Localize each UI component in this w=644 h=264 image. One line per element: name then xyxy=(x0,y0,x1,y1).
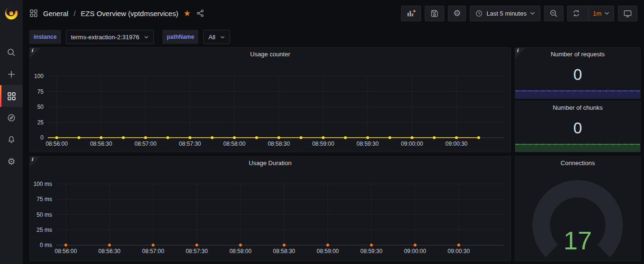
refresh-interval-label: 1m xyxy=(593,10,601,17)
svg-text:08:56:30: 08:56:30 xyxy=(98,248,121,255)
plus-icon xyxy=(7,70,16,79)
info-icon: i xyxy=(517,48,519,53)
save-icon xyxy=(430,9,439,18)
svg-text:08:58:00: 08:58:00 xyxy=(229,248,251,255)
navbar-actions: ⚙ Last 5 minutes xyxy=(401,6,637,21)
panel-info-corner[interactable]: i xyxy=(30,48,40,58)
svg-text:25 ms: 25 ms xyxy=(36,227,52,233)
usage-counter-chart[interactable]: 025507510008:56:0008:56:3008:57:0008:57:… xyxy=(30,48,510,152)
svg-text:09:00:30: 09:00:30 xyxy=(446,141,468,147)
bell-icon xyxy=(7,135,16,144)
dashboard-settings-button[interactable]: ⚙ xyxy=(448,6,466,21)
sidebar-item-alerting[interactable] xyxy=(0,129,23,150)
breadcrumb: General / EZS Overview (vptdmservices) ★ xyxy=(29,9,205,18)
panel-number-of-chunks: Number of chunks 0 xyxy=(515,101,641,152)
save-dashboard-button[interactable] xyxy=(425,6,444,21)
chevron-down-icon xyxy=(220,35,225,39)
refresh-button[interactable] xyxy=(568,6,585,21)
panel-title[interactable]: Number of chunks xyxy=(515,101,640,114)
sidebar-item-search[interactable] xyxy=(0,42,23,63)
chevron-down-icon xyxy=(530,11,535,15)
panel-info-corner[interactable]: i xyxy=(515,48,526,58)
dashboard-title[interactable]: EZS Overview (vptdmservices) xyxy=(81,9,179,18)
panel-usage-duration: i Usage Duration 0 ms25 ms50 ms75 ms100 … xyxy=(29,156,511,261)
variable-label-instance: instance xyxy=(29,30,61,44)
dashboard-navbar: General / EZS Overview (vptdmservices) ★ xyxy=(23,0,644,26)
sidebar: ⚙ xyxy=(0,0,23,264)
add-panel-button[interactable] xyxy=(401,6,421,21)
svg-text:75 ms: 75 ms xyxy=(36,196,52,202)
svg-text:08:57:00: 08:57:00 xyxy=(134,141,157,147)
stat-value: 0 xyxy=(515,59,640,90)
svg-text:100 ms: 100 ms xyxy=(34,181,52,187)
variable-value-pathname[interactable]: All xyxy=(203,30,230,44)
sidebar-nav: ⚙ xyxy=(0,42,23,172)
grafana-flame-icon xyxy=(4,6,19,21)
time-range-picker[interactable]: Last 5 minutes xyxy=(470,6,540,21)
refresh-button-group: 1m xyxy=(567,6,614,21)
sidebar-item-create[interactable] xyxy=(0,63,23,85)
svg-text:08:56:30: 08:56:30 xyxy=(90,141,112,147)
svg-text:08:57:30: 08:57:30 xyxy=(179,141,201,147)
breadcrumb-folder[interactable]: General xyxy=(43,9,68,18)
grafana-logo[interactable] xyxy=(0,0,23,26)
chevron-down-icon xyxy=(144,35,149,39)
panel-title[interactable]: Connections xyxy=(515,157,640,169)
svg-text:08:59:30: 08:59:30 xyxy=(360,248,383,255)
chevron-down-icon xyxy=(604,11,609,15)
clock-icon xyxy=(475,9,483,18)
svg-text:08:58:00: 08:58:00 xyxy=(224,141,246,147)
svg-text:08:57:00: 08:57:00 xyxy=(142,248,164,255)
compass-icon xyxy=(7,113,16,123)
variable-label-pathname: pathName xyxy=(162,30,198,44)
svg-text:0: 0 xyxy=(40,134,44,141)
monitor-icon xyxy=(623,9,632,18)
pathname-selected-value: All xyxy=(208,34,215,41)
requests-sparkline xyxy=(515,90,640,98)
variable-value-instance[interactable]: terms-extraction-2:31976 xyxy=(66,30,154,44)
svg-text:08:57:30: 08:57:30 xyxy=(186,248,208,255)
svg-text:50: 50 xyxy=(37,104,44,110)
svg-text:08:56:00: 08:56:00 xyxy=(45,141,68,147)
time-range-label: Last 5 minutes xyxy=(486,10,527,17)
star-icon[interactable]: ★ xyxy=(183,9,190,18)
sidebar-item-dashboards[interactable] xyxy=(0,85,23,107)
svg-text:09:00:00: 09:00:00 xyxy=(401,141,423,147)
svg-text:0 ms: 0 ms xyxy=(40,242,52,248)
breadcrumb-separator: / xyxy=(73,9,75,18)
svg-text:09:00:00: 09:00:00 xyxy=(404,248,426,255)
gauge-value: 17 xyxy=(515,228,640,253)
svg-text:08:59:00: 08:59:00 xyxy=(317,248,339,255)
svg-text:100: 100 xyxy=(34,73,44,79)
panel-info-corner[interactable]: i xyxy=(30,157,40,167)
gear-icon: ⚙ xyxy=(7,157,15,166)
zoom-out-icon xyxy=(549,9,558,18)
panel-number-of-requests: i Number of requests 0 xyxy=(515,47,641,99)
info-icon: i xyxy=(31,48,33,53)
panel-usage-counter: i Usage counter 025507510008:56:0008:56:… xyxy=(29,47,511,152)
instance-selected-value: terms-extraction-2:31976 xyxy=(71,34,140,41)
panel-title[interactable]: Usage counter xyxy=(30,48,510,60)
sidebar-item-explore[interactable] xyxy=(0,107,23,129)
usage-duration-chart[interactable]: 0 ms25 ms50 ms75 ms100 ms08:56:0008:56:3… xyxy=(30,157,510,261)
info-icon: i xyxy=(31,157,33,162)
dashboards-grid-icon xyxy=(7,92,16,101)
svg-text:09:00:30: 09:00:30 xyxy=(447,248,470,255)
refresh-icon xyxy=(572,9,581,18)
refresh-interval-dropdown[interactable]: 1m xyxy=(588,6,614,21)
zoom-out-button[interactable] xyxy=(544,6,564,21)
panel-title[interactable]: Number of requests xyxy=(515,48,640,60)
chunks-sparkline xyxy=(515,143,640,152)
svg-text:75: 75 xyxy=(37,88,44,95)
svg-text:08:59:00: 08:59:00 xyxy=(312,141,334,147)
search-icon xyxy=(7,48,16,57)
panel-title[interactable]: Usage Duration xyxy=(30,157,510,169)
svg-text:50 ms: 50 ms xyxy=(36,211,52,218)
sidebar-item-configuration[interactable]: ⚙ xyxy=(0,150,23,172)
add-panel-icon xyxy=(406,9,416,18)
svg-text:25: 25 xyxy=(37,119,44,126)
svg-text:08:58:30: 08:58:30 xyxy=(268,141,290,147)
share-icon[interactable] xyxy=(196,9,205,18)
main-area: General / EZS Overview (vptdmservices) ★ xyxy=(23,0,644,264)
cycle-view-mode-button[interactable] xyxy=(618,6,637,21)
